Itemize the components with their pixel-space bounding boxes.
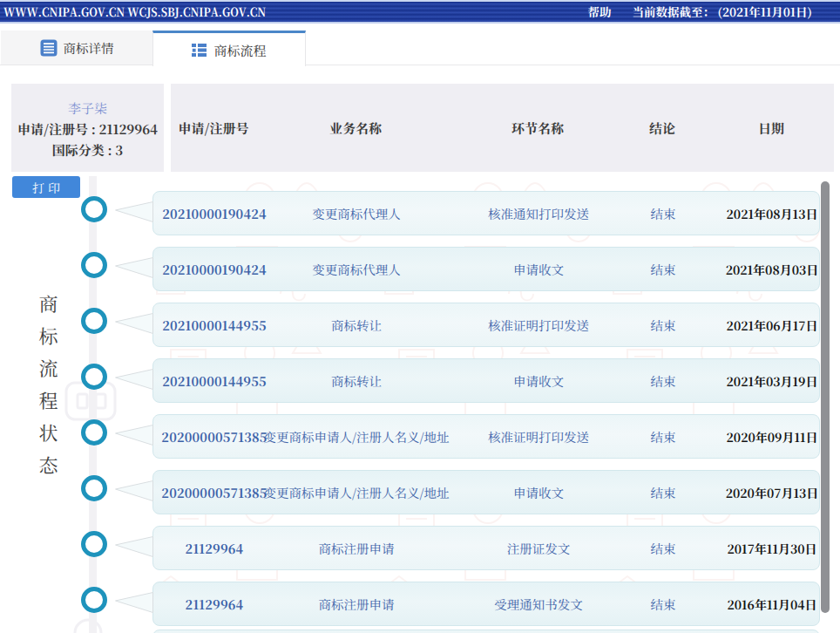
timeline-row: 20210000190424 变更商标代理人 核准通知打印发送 结束 2021年…: [152, 191, 820, 235]
row-date: 2016年11月04日: [722, 582, 822, 625]
timeline-node-circle: [81, 252, 107, 278]
trademark-summary-card: 李子柒 申请/注册号 : 21129964 国际分类 : 3: [11, 84, 164, 172]
row-reg-number: 20210000190424: [153, 248, 275, 290]
topbar-right-group: 帮助 当前数据截至： (2021年11月01日): [588, 0, 812, 22]
row-stage-name: 申请收文: [445, 248, 632, 290]
timeline-row: 20210000190424 变更商标代理人 申请收文 结束 2021年08月0…: [152, 247, 820, 291]
row-reg-number: 20210000144955: [153, 303, 275, 346]
row-tail-pointer: [114, 201, 153, 222]
row-tail-pointer: [114, 425, 153, 446]
row-stage-name: 受理通知书发文: [445, 582, 632, 625]
row-stage-name: 申请收文: [445, 359, 632, 402]
row-date: 2021年08月03日: [722, 248, 822, 290]
row-stage-name: 申请收文: [445, 471, 632, 514]
flow-status-vertical-label: 商标流程状态: [35, 294, 62, 487]
row-business-name: 商标注册申请: [278, 527, 435, 569]
timeline-row: 20200000571385 变更商标申请人/注册人名义/地址 申请收文 结束 …: [152, 470, 820, 514]
tab-trademark-details[interactable]: 商标详情: [1, 31, 152, 65]
timeline-row: 20210000144955 商标转让 核准证明打印发送 结束 2021年06月…: [152, 303, 820, 347]
timeline-row: 21129964 商标注册申请 注册证发文 结束 2017年11月30日: [152, 526, 820, 570]
row-conclusion: 结束: [627, 359, 700, 402]
timeline-node-circle: [81, 196, 107, 222]
row-reg-number: 20210000144955: [153, 359, 275, 402]
data-cutoff-label: 当前数据截至： (2021年11月01日): [633, 0, 812, 22]
tab-details-label: 商标详情: [64, 38, 114, 57]
row-business-name: 变更商标申请人/注册人名义/地址: [278, 415, 435, 458]
row-conclusion: 结束: [627, 527, 700, 569]
row-date: 2021年03月19日: [722, 359, 822, 402]
timeline-node-circle: [81, 364, 107, 390]
column-header-conclusion: 结论: [626, 84, 699, 172]
timeline-node-circle: [81, 308, 107, 334]
row-tail-pointer: [114, 536, 153, 557]
row-stage-name: 注册证发文: [445, 527, 632, 569]
row-tail-pointer: [114, 313, 153, 334]
timeline-node-circle: [81, 531, 107, 557]
row-reg-number: 21129964: [153, 582, 275, 625]
row-reg-number: 20210000190424: [153, 192, 275, 235]
timeline-node-circle: [81, 587, 107, 613]
row-business-name: 商标转让: [278, 303, 435, 346]
timeline-row: 20210000144955 商标转让 申请收文 结束 2021年03月19日: [152, 358, 820, 403]
intl-class-line: 国际分类 : 3: [52, 140, 123, 160]
row-conclusion: 结束: [627, 192, 700, 235]
tab-flow-label: 商标流程: [213, 41, 266, 59]
row-date: 2021年08月13日: [722, 192, 822, 235]
row-conclusion: 结束: [627, 303, 700, 346]
row-stage-name: 核准证明打印发送: [445, 303, 632, 346]
timeline-row: 20200000571385 变更商标申请人/注册人名义/地址 核准证明打印发送…: [152, 414, 820, 459]
row-stage-name: 核准证明打印发送: [445, 415, 632, 458]
row-tail-pointer: [114, 480, 153, 501]
circle-watermark-icon: [75, 620, 101, 633]
timeline-line: [89, 176, 97, 633]
row-date: 2020年07月13日: [722, 471, 822, 514]
column-header-stage: 环节名称: [444, 84, 631, 172]
tabstrip-divider: [0, 65, 840, 65]
row-tail-pointer: [114, 592, 153, 613]
row-business-name: 变更商标申请人/注册人名义/地址: [278, 471, 435, 514]
row-conclusion: 结束: [627, 248, 700, 290]
trademark-name: 李子柒: [68, 98, 107, 119]
timeline-node-circle: [81, 475, 107, 501]
row-business-name: 变更商标代理人: [278, 248, 435, 290]
row-conclusion: 结束: [627, 471, 700, 514]
column-header-date: 日期: [721, 84, 821, 172]
site-domains: WWW.CNIPA.GOV.CN WCJS.SBJ.CNIPA.GOV.CN: [3, 0, 266, 22]
row-conclusion: 结束: [627, 415, 700, 458]
row-business-name: 商标转让: [278, 359, 435, 402]
row-conclusion: 结束: [627, 582, 700, 625]
registration-number-line: 申请/注册号 : 21129964: [17, 119, 158, 140]
row-business-name: 变更商标代理人: [278, 192, 435, 235]
row-date: 2020年09月11日: [722, 415, 822, 458]
column-header-business: 业务名称: [277, 84, 434, 172]
help-link[interactable]: 帮助: [588, 0, 612, 22]
row-stage-name: 核准通知打印发送: [445, 192, 632, 235]
list-grid-icon: [192, 43, 207, 58]
row-reg-number: 21129964: [153, 527, 275, 569]
row-tail-pointer: [114, 257, 153, 278]
top-bar: WWW.CNIPA.GOV.CN WCJS.SBJ.CNIPA.GOV.CN 帮…: [0, 0, 840, 24]
tab-trademark-flow[interactable]: 商标流程: [152, 31, 306, 66]
column-header-reg-number: 申请/注册号: [152, 84, 274, 172]
row-reg-number: 20200000571385: [153, 415, 275, 458]
row-reg-number: 20200000571385: [153, 471, 275, 514]
document-lines-icon: [40, 39, 58, 57]
timeline-row-partial: [152, 630, 820, 633]
vertical-scrollbar[interactable]: [821, 181, 830, 613]
trademark-flow-page: WWW.CNIPA.GOV.CN WCJS.SBJ.CNIPA.GOV.CN 帮…: [0, 0, 840, 633]
row-tail-pointer: [114, 369, 153, 390]
row-date: 2017年11月30日: [722, 527, 822, 569]
print-button[interactable]: 打印: [12, 176, 80, 198]
timeline-row: 21129964 商标注册申请 受理通知书发文 结束 2016年11月04日: [152, 582, 820, 626]
row-business-name: 商标注册申请: [278, 582, 435, 625]
row-date: 2021年06月17日: [722, 303, 822, 346]
timeline-node-circle: [81, 419, 107, 446]
